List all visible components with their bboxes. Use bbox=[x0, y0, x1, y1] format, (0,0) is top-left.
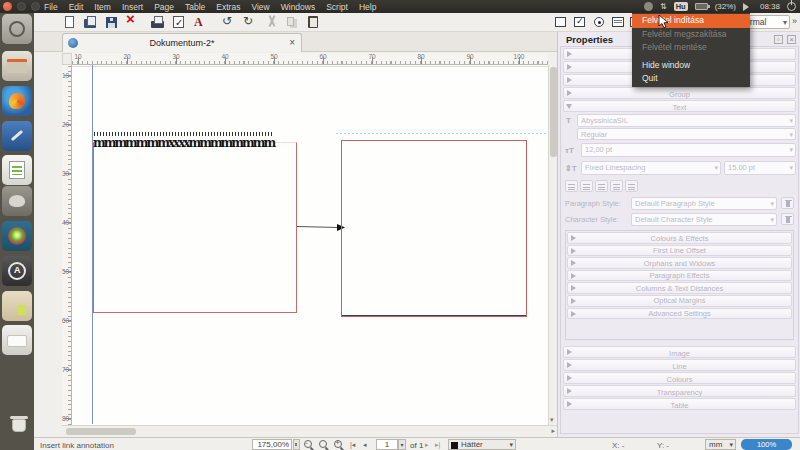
zoom-in-icon[interactable]: + bbox=[334, 440, 342, 448]
toolbar-icon[interactable] bbox=[62, 15, 77, 30]
hscroll-right-arrow[interactable]: ▸ bbox=[551, 427, 555, 435]
vscroll-handle[interactable] bbox=[550, 67, 557, 157]
dock-item[interactable] bbox=[2, 407, 32, 437]
battery-icon[interactable] bbox=[695, 3, 708, 10]
toolbar-icon[interactable] bbox=[104, 15, 119, 30]
pdf-tool-icon[interactable] bbox=[553, 15, 568, 30]
toolbar-icon[interactable] bbox=[222, 15, 237, 30]
menubar-item[interactable]: Table bbox=[185, 2, 205, 12]
tray-menu-item[interactable]: Hide window bbox=[632, 59, 750, 73]
page-canvas[interactable]: mmmmmmmxxxxmmmmmmmm bbox=[72, 65, 548, 425]
menubar-item[interactable]: Page bbox=[154, 2, 174, 12]
tray-menu-item[interactable]: Quit bbox=[632, 72, 750, 86]
text-align-button-3[interactable] bbox=[610, 180, 623, 192]
text-align-button-0[interactable] bbox=[565, 180, 578, 192]
zoom-default-icon[interactable] bbox=[319, 440, 327, 448]
section-line[interactable]: Line bbox=[563, 359, 796, 371]
volume-icon[interactable] bbox=[743, 3, 753, 11]
window-close-button[interactable] bbox=[3, 2, 12, 11]
section-table[interactable]: Table bbox=[563, 398, 796, 410]
page-number-box[interactable]: 1 bbox=[376, 439, 398, 450]
font-style-combo[interactable]: Regular▾ bbox=[577, 128, 796, 140]
vertical-ruler[interactable]: 1020304050607080 bbox=[62, 65, 72, 425]
tray-menu-item[interactable]: Felvétel megszakítása bbox=[632, 28, 750, 42]
horizontal-scrollbar[interactable]: ▸ bbox=[62, 425, 557, 436]
menubar-item[interactable]: Item bbox=[94, 2, 111, 12]
dock-item[interactable] bbox=[2, 221, 32, 251]
toolbar-overflow-chevron[interactable]: » bbox=[792, 16, 797, 26]
panel-close-button[interactable]: × bbox=[787, 35, 796, 44]
paragraph-style-combo[interactable]: Default Paragraph Style▾ bbox=[631, 197, 777, 210]
panel-float-button[interactable]: ▫ bbox=[774, 35, 783, 44]
text-subsection-header[interactable]: Orphans and Widows bbox=[567, 257, 792, 269]
toolbar-icon[interactable] bbox=[192, 15, 207, 30]
menubar-item[interactable]: Edit bbox=[69, 2, 84, 12]
keyboard-layout-indicator[interactable]: Hu bbox=[674, 2, 688, 11]
text-align-button-4[interactable] bbox=[625, 180, 638, 192]
remove-character-style-button[interactable] bbox=[781, 213, 794, 225]
text-subsection-header[interactable]: Paragraph Effects bbox=[567, 270, 792, 282]
prev-page-button[interactable]: ◂ bbox=[363, 441, 367, 449]
toolbar-icon[interactable] bbox=[125, 15, 140, 30]
remove-paragraph-style-button[interactable] bbox=[781, 197, 794, 209]
document-tab[interactable]: Dokumentum-2* × bbox=[62, 33, 302, 52]
next-page-button[interactable]: ▸ bbox=[425, 441, 429, 449]
text-subsection-header[interactable]: Advanced Settings bbox=[567, 308, 792, 320]
zoom-out-icon[interactable]: - bbox=[304, 440, 312, 448]
menubar-item[interactable]: Insert bbox=[122, 2, 143, 12]
vertical-scrollbar[interactable]: ▾ bbox=[548, 65, 557, 425]
dock-item[interactable] bbox=[2, 14, 32, 44]
menubar-item[interactable]: Windows bbox=[281, 2, 315, 12]
layer-selector[interactable]: Háttér ▾ bbox=[448, 439, 516, 450]
tray-menu-item[interactable]: Felvétel indítása bbox=[632, 14, 750, 28]
pdf-tool-icon[interactable] bbox=[611, 15, 626, 30]
toolbar-icon[interactable] bbox=[285, 15, 300, 30]
unit-selector[interactable]: mm▾ bbox=[705, 439, 736, 450]
toolbar-icon[interactable] bbox=[243, 15, 258, 30]
toolbar-icon[interactable] bbox=[171, 15, 186, 30]
font-family-combo[interactable]: AbyssinicaSIL▾ bbox=[577, 114, 796, 127]
linespacing-mode-combo[interactable]: Fixed Linespacing▾ bbox=[581, 161, 721, 175]
hscroll-handle[interactable] bbox=[66, 428, 136, 435]
menubar-item[interactable]: Help bbox=[359, 2, 376, 12]
section-transparency[interactable]: Transparency bbox=[563, 385, 796, 397]
recorder-tray-icon[interactable] bbox=[644, 2, 653, 11]
character-style-combo[interactable]: Default Character Style▾ bbox=[631, 213, 777, 226]
last-page-button[interactable]: ▸| bbox=[435, 441, 440, 449]
dock-item[interactable] bbox=[2, 186, 32, 216]
zoom-level-spin[interactable]: 175,00% bbox=[252, 439, 292, 450]
pdf-tool-icon[interactable] bbox=[592, 15, 607, 30]
pdf-annotation-frame-left[interactable] bbox=[93, 142, 297, 313]
menubar-item[interactable]: Script bbox=[326, 2, 348, 12]
tab-close-icon[interactable]: × bbox=[289, 37, 295, 48]
toolbar-icon[interactable] bbox=[264, 15, 279, 30]
ruler-corner[interactable] bbox=[62, 53, 72, 65]
text-subsection-header[interactable]: Optical Margins bbox=[567, 295, 792, 307]
window-maximize-button[interactable] bbox=[31, 2, 40, 11]
horizontal-ruler[interactable]: 102030405060708090100 bbox=[72, 53, 548, 65]
dock-item[interactable] bbox=[2, 155, 32, 185]
toolbar-icon[interactable] bbox=[83, 15, 98, 30]
pdf-annotation-frame-right[interactable] bbox=[341, 140, 527, 317]
menubar-item[interactable]: Extras bbox=[216, 2, 240, 12]
toolbar-icon[interactable] bbox=[306, 15, 321, 30]
text-align-button-2[interactable] bbox=[595, 180, 608, 192]
pdf-tool-icon[interactable] bbox=[572, 15, 587, 30]
page-number-dropdown[interactable]: ▾ bbox=[398, 439, 406, 450]
menubar-item[interactable]: File bbox=[44, 2, 58, 12]
font-size-spin[interactable]: 12,00 pt▾ bbox=[581, 143, 796, 157]
section-image[interactable]: Image bbox=[563, 346, 796, 358]
clock[interactable]: 08:38 bbox=[760, 2, 780, 11]
text-align-button-1[interactable] bbox=[580, 180, 593, 192]
linespacing-spin[interactable]: 15,00 pt▾ bbox=[724, 161, 796, 175]
dock-item[interactable] bbox=[2, 121, 32, 151]
text-subsection-header[interactable]: Columns & Text Distances bbox=[567, 282, 792, 294]
text-subsection-header[interactable]: First Line Offset bbox=[567, 245, 792, 257]
first-page-button[interactable]: |◂ bbox=[350, 441, 355, 449]
section-text[interactable]: Text bbox=[563, 100, 796, 112]
dock-item[interactable] bbox=[2, 86, 32, 116]
window-minimize-button[interactable] bbox=[17, 2, 26, 11]
dock-item[interactable] bbox=[2, 256, 32, 286]
session-gear-icon[interactable] bbox=[787, 2, 796, 11]
vscroll-down-arrow[interactable]: ▾ bbox=[550, 416, 554, 424]
